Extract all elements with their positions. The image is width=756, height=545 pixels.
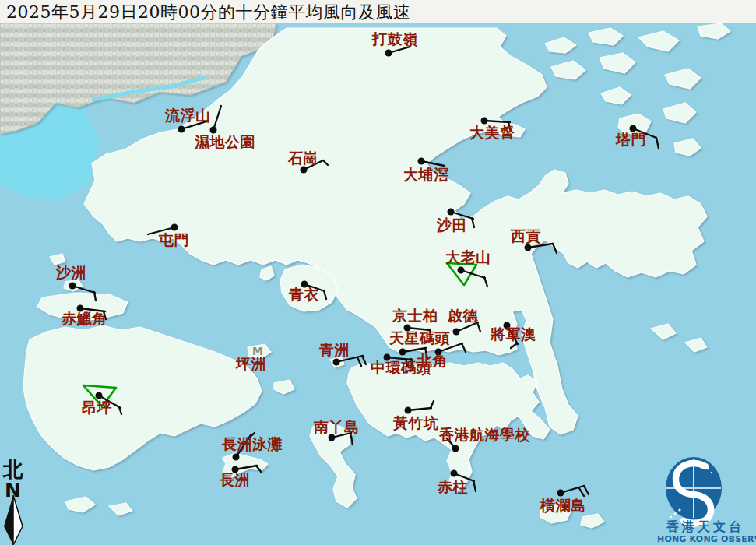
station-label: 中環碼頭 (371, 359, 431, 376)
station-label: 黃竹坑 (392, 414, 439, 431)
station-label: 青洲 (318, 341, 350, 358)
station-label: 沙田 (436, 216, 467, 234)
station-dot (405, 407, 412, 414)
station-dot (69, 283, 76, 290)
hko-logo-chinese-name: 香港天文台 (666, 519, 744, 534)
station-dot (451, 470, 458, 477)
station-dot (301, 167, 308, 174)
station-dot (448, 209, 455, 216)
station-label: 石崗 (287, 149, 318, 167)
station-label: 濕地公園 (194, 133, 255, 150)
map-title: 2025年5月29日20時00分的十分鐘平均風向及風速 (6, 2, 410, 22)
station-label: 屯門 (158, 231, 189, 248)
station-label: 西貢 (510, 227, 541, 244)
station-label: 大埔滘 (403, 166, 449, 183)
station-dot (418, 158, 425, 165)
station-label: 啟德 (447, 307, 479, 324)
station-label: 京士柏 (392, 307, 438, 324)
station-label: 大美督 (469, 124, 515, 141)
station-label: 香港航海學校 (438, 426, 531, 443)
station-dot (458, 267, 465, 274)
station-dot (453, 329, 460, 336)
station-dot (178, 126, 185, 133)
hong-kong-wind-map: 打鼓嶺流浮山濕地公園石崗大美督塔門大埔滘沙田西貢大老山屯門沙洲赤鱲角青衣京士柏啟… (0, 0, 756, 545)
station-label: 天星碼頭 (389, 329, 450, 346)
station-label: 坪洲 (235, 355, 266, 372)
station-label: 塔門 (615, 131, 646, 148)
hko-wind-map-page: 打鼓嶺流浮山濕地公園石崗大美督塔門大埔滘沙田西貢大老山屯門沙洲赤鱲角青衣京士柏啟… (0, 0, 756, 545)
station-label: 長洲泳灘 (221, 435, 283, 452)
station-label: 南丫島 (313, 418, 360, 435)
station-label: 橫瀾島 (540, 497, 586, 514)
station-dot (385, 50, 392, 57)
station-label: 打鼓嶺 (371, 30, 418, 47)
hko-logo-english-name: HONG KONG OBSERVATORY (657, 534, 756, 544)
station-label: 流浮山 (164, 107, 211, 124)
station-dot (557, 490, 564, 497)
station-label: 昂坪 (82, 399, 112, 416)
station-label: 赤柱 (437, 478, 468, 495)
station-label: 沙洲 (55, 264, 86, 281)
station-label: 赤鱲角 (61, 310, 107, 327)
station-dot (171, 224, 178, 231)
station-label: 大老山 (445, 248, 491, 265)
station-dot (525, 244, 532, 251)
station-label: 將軍澳 (490, 325, 536, 343)
station-dot (452, 445, 459, 452)
station-label: 青衣 (288, 286, 320, 303)
compass-north-chinese-label: 北 (2, 458, 23, 481)
station-dot (333, 359, 340, 366)
station-dot (399, 349, 406, 356)
station-label: 長洲 (219, 471, 250, 488)
station-dot (233, 454, 240, 461)
